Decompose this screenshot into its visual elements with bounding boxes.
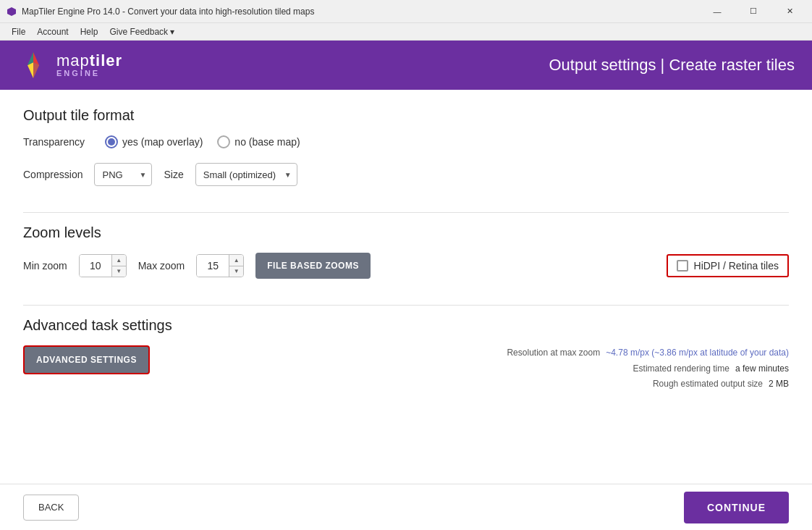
advanced-row: ADVANCED SETTINGS Resolution at max zoom… — [23, 345, 789, 392]
output-tile-format-section: Output tile format Transparency yes (map… — [23, 107, 789, 192]
rendering-label: Estimated rendering time — [633, 361, 729, 377]
output-size-row: Rough estimated output size 2 MB — [507, 377, 789, 392]
max-zoom-spinners: ▲ ▼ — [229, 255, 243, 277]
rendering-value: a few minutes — [735, 361, 789, 377]
back-button[interactable]: BACK — [23, 495, 79, 521]
min-zoom-up[interactable]: ▲ — [112, 255, 126, 266]
advanced-section: Advanced task settings ADVANCED SETTINGS… — [23, 317, 789, 392]
menu-file[interactable]: File — [6, 25, 31, 38]
resolution-row: Resolution at max zoom ~4.78 m/px (~3.86… — [507, 345, 789, 361]
hidpi-checkbox[interactable] — [677, 260, 688, 272]
resolution-value: ~4.78 m/px (~3.86 m/px at latitude of yo… — [606, 345, 789, 361]
compression-select[interactable]: PNG JPEG WEBP — [94, 163, 152, 186]
menubar: File Account Help Give Feedback ▾ — [0, 23, 812, 41]
close-button[interactable]: ✕ — [773, 0, 806, 23]
compression-dropdown-wrapper: PNG JPEG WEBP ▼ — [94, 163, 152, 186]
logo-text: maptiler ENGINE — [56, 53, 122, 77]
logo-area: maptiler ENGINE — [17, 49, 122, 81]
output-section-title: Output tile format — [23, 107, 789, 124]
menu-feedback[interactable]: Give Feedback ▾ — [103, 25, 180, 38]
maximize-button[interactable]: ☐ — [737, 0, 770, 23]
svg-marker-0 — [7, 7, 16, 16]
file-based-zooms-button[interactable]: FILE BASED ZOOMS — [255, 253, 371, 279]
size-dropdown-wrapper: Small (optimized) Normal Large ▼ — [195, 163, 297, 186]
compression-label: Compression — [23, 169, 83, 180]
min-zoom-input-box: ▲ ▼ — [79, 254, 127, 277]
transparency-label: Transparency — [23, 136, 85, 148]
window-controls: — ☐ ✕ — [701, 0, 806, 23]
hidpi-checkbox-area[interactable]: HiDPI / Retina tiles — [667, 254, 789, 277]
radio-no-label: no (base map) — [234, 136, 300, 148]
compression-row: Compression PNG JPEG WEBP ▼ Size Small (… — [23, 163, 789, 186]
main-content: Output tile format Transparency yes (map… — [0, 90, 812, 484]
zoom-levels-section: Zoom levels Min zoom ▲ ▼ Max zoom ▲ ▼ FI… — [23, 224, 789, 285]
advanced-settings-button[interactable]: ADVANCED SETTINGS — [23, 345, 150, 374]
size-label: Size — [164, 169, 183, 180]
transparency-row: Transparency yes (map overlay) no (base … — [23, 135, 789, 148]
window-title: MapTiler Engine Pro 14.0 - Convert your … — [22, 7, 701, 17]
logo-name-bold: tiler — [90, 51, 122, 70]
header-banner: maptiler ENGINE Output settings | Create… — [0, 41, 812, 90]
max-zoom-input-box: ▲ ▼ — [196, 254, 244, 277]
radio-yes[interactable]: yes (map overlay) — [105, 135, 203, 148]
hidpi-label: HiDPI / Retina tiles — [694, 260, 779, 272]
min-zoom-input[interactable] — [80, 255, 111, 277]
menu-help[interactable]: Help — [75, 25, 104, 38]
minimize-button[interactable]: — — [701, 0, 734, 23]
titlebar: MapTiler Engine Pro 14.0 - Convert your … — [0, 0, 812, 23]
radio-yes-label: yes (map overlay) — [122, 136, 203, 148]
zoom-section-title: Zoom levels — [23, 224, 789, 241]
size-select[interactable]: Small (optimized) Normal Large — [195, 163, 297, 186]
divider-1 — [23, 212, 789, 213]
resolution-label: Resolution at max zoom — [507, 345, 600, 361]
header-title: Output settings | Create raster tiles — [549, 56, 795, 75]
continue-button[interactable]: CONTINUE — [684, 492, 789, 523]
logo-engine: ENGINE — [56, 69, 122, 77]
radio-no[interactable]: no (base map) — [217, 135, 300, 148]
zoom-row: Min zoom ▲ ▼ Max zoom ▲ ▼ FILE BASED ZOO… — [23, 253, 789, 279]
min-zoom-down[interactable]: ▼ — [112, 266, 126, 277]
divider-2 — [23, 305, 789, 306]
min-zoom-label: Min zoom — [23, 260, 67, 272]
logo-name: maptiler — [56, 53, 122, 69]
app-icon — [6, 6, 17, 17]
min-zoom-spinners: ▲ ▼ — [111, 255, 126, 277]
radio-yes-circle — [105, 135, 118, 148]
output-size-value: 2 MB — [769, 377, 789, 392]
menu-account[interactable]: Account — [31, 25, 74, 38]
radio-no-circle — [217, 135, 230, 148]
resolution-info: Resolution at max zoom ~4.78 m/px (~3.86… — [507, 345, 789, 392]
rendering-row: Estimated rendering time a few minutes — [507, 361, 789, 377]
max-zoom-label: Max zoom — [138, 260, 185, 272]
output-size-label: Rough estimated output size — [653, 377, 763, 392]
radio-yes-inner — [108, 138, 115, 146]
max-zoom-up[interactable]: ▲ — [229, 255, 243, 266]
max-zoom-input[interactable] — [197, 255, 229, 277]
advanced-section-title: Advanced task settings — [23, 317, 789, 334]
bottom-bar: BACK CONTINUE — [0, 484, 812, 530]
logo-diamond-icon — [17, 49, 49, 81]
max-zoom-down[interactable]: ▼ — [229, 266, 243, 277]
logo-name-light: map — [56, 51, 90, 70]
